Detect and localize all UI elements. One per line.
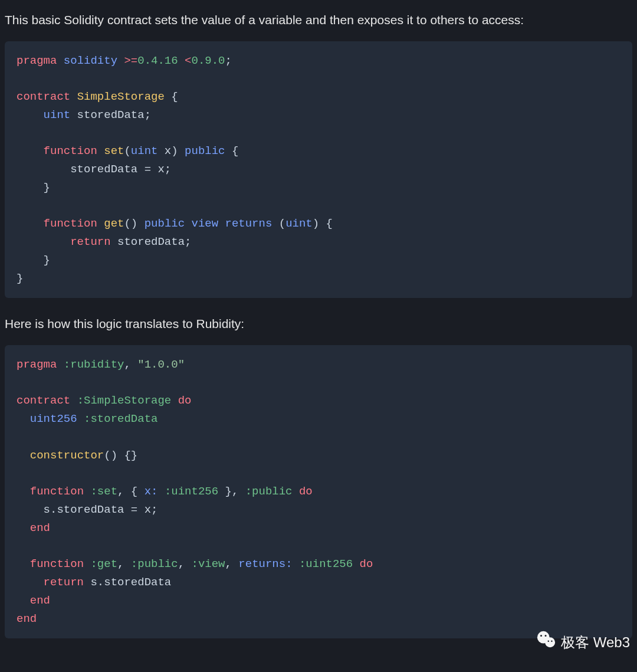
code-token	[185, 217, 191, 230]
code-token: }	[17, 254, 50, 267]
code-token: storedData;	[70, 109, 151, 122]
svg-point-3	[545, 635, 547, 637]
solidity-code-block: pragma solidity >=0.4.16 <0.9.0; contrac…	[5, 41, 632, 299]
code-token: ()	[124, 217, 144, 230]
code-token: s.storedData	[84, 576, 171, 589]
code-token: contract	[17, 90, 70, 103]
svg-point-1	[545, 637, 555, 647]
code-token: end	[17, 612, 37, 625]
code-token	[353, 558, 359, 571]
code-token	[17, 594, 30, 607]
code-token: get	[104, 217, 124, 230]
code-token: (	[272, 217, 285, 230]
svg-point-2	[540, 635, 542, 637]
code-token: pragma	[17, 54, 57, 67]
code-token: :get	[90, 558, 117, 571]
code-token: (	[124, 145, 130, 158]
code-token: solidity	[64, 54, 117, 67]
code-token	[293, 558, 299, 571]
code-token: :uint256	[165, 485, 218, 498]
code-token: storedData = x;	[17, 163, 171, 176]
code-token: uint256	[30, 412, 77, 425]
code-token: return	[44, 576, 84, 589]
code-token: public	[145, 217, 185, 230]
rubidity-code-block: pragma :rubidity, "1.0.0" contract :Simp…	[5, 345, 632, 638]
code-token	[84, 558, 90, 571]
code-token: ,	[124, 358, 137, 371]
code-token: }	[17, 272, 23, 285]
code-token	[17, 217, 44, 230]
code-token	[57, 358, 63, 371]
code-token: view	[192, 217, 219, 230]
code-token: :set	[90, 485, 117, 498]
svg-point-5	[551, 641, 552, 642]
code-token: },	[218, 485, 245, 498]
code-token: returns:	[238, 558, 292, 571]
code-token: storedData;	[111, 235, 192, 248]
code-token: uint	[44, 109, 71, 122]
code-token	[17, 449, 30, 462]
code-token: >=	[124, 54, 137, 67]
code-token	[17, 558, 30, 571]
code-token: function	[30, 485, 84, 498]
code-token: SimpleStorage	[77, 90, 165, 103]
code-token: {	[165, 90, 178, 103]
code-token: :storedData	[84, 412, 157, 425]
code-token: ,	[117, 558, 131, 571]
code-token: x)	[157, 145, 185, 158]
wechat-icon	[536, 630, 556, 655]
code-token	[84, 485, 90, 498]
code-token	[70, 394, 77, 407]
code-token: "1.0.0"	[137, 358, 185, 371]
code-token	[17, 576, 44, 589]
code-token: constructor	[30, 449, 104, 462]
code-token: do	[360, 558, 373, 571]
code-token: , {	[117, 485, 145, 498]
code-token: do	[299, 485, 313, 498]
code-token: end	[30, 522, 50, 535]
code-token: :rubidity	[64, 358, 124, 371]
code-token	[17, 235, 70, 248]
code-token	[171, 394, 178, 407]
code-token: :SimpleStorage	[77, 394, 172, 407]
code-token: 0.4.16	[137, 54, 178, 67]
code-token: function	[44, 145, 97, 158]
code-token: {	[225, 145, 239, 158]
intro-paragraph-1: This basic Solidity contract sets the va…	[5, 11, 632, 29]
code-token: s.storedData = x;	[17, 503, 157, 516]
code-token: uint	[285, 217, 313, 230]
code-token: :public	[131, 558, 178, 571]
code-token	[17, 145, 44, 158]
code-token: () {}	[104, 449, 137, 462]
code-token: }	[17, 181, 50, 194]
code-token: <	[185, 54, 191, 67]
watermark-text: 极客 Web3	[561, 632, 630, 653]
code-token: public	[185, 145, 225, 158]
code-token: ;	[225, 54, 232, 67]
code-token: end	[30, 594, 50, 607]
code-token	[17, 109, 44, 122]
code-token: ) {	[313, 217, 333, 230]
code-token: :public	[245, 485, 293, 498]
code-token: returns	[225, 217, 272, 230]
code-token: contract	[17, 394, 70, 407]
code-token: return	[70, 235, 110, 248]
code-token	[17, 522, 30, 535]
code-token	[17, 485, 30, 498]
code-token: :view	[192, 558, 225, 571]
code-token: ,	[178, 558, 192, 571]
code-token	[77, 412, 84, 425]
watermark: 极客 Web3	[536, 630, 630, 655]
intro-paragraph-2: Here is how this logic translates to Rub…	[5, 314, 632, 333]
code-token: x:	[145, 485, 158, 498]
code-token: 0.9.0	[192, 54, 225, 67]
code-token: pragma	[17, 358, 57, 371]
svg-point-4	[548, 641, 549, 642]
code-token	[17, 412, 30, 425]
code-token	[218, 217, 225, 230]
code-token: set	[104, 145, 124, 158]
code-token	[157, 485, 164, 498]
code-token: function	[30, 558, 84, 571]
code-token: :uint256	[299, 558, 353, 571]
code-token: ,	[225, 558, 239, 571]
